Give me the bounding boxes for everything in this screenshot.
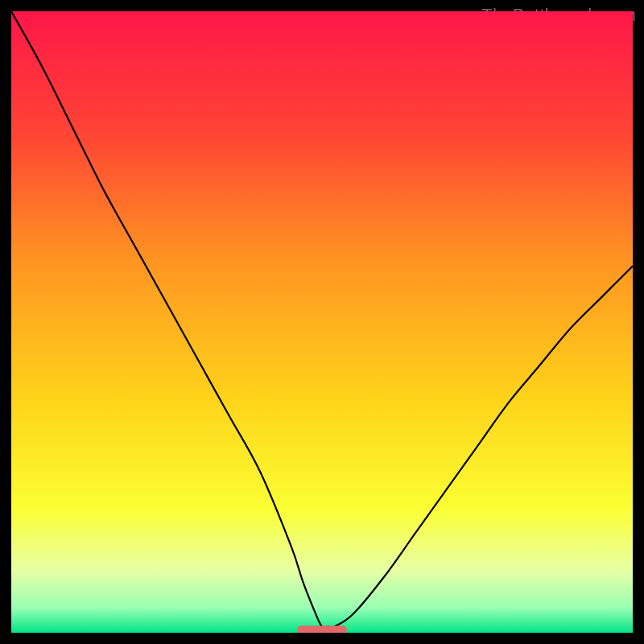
gradient-background [11, 11, 633, 633]
bottleneck-chart [11, 11, 633, 633]
chart-svg [11, 11, 633, 633]
optimal-marker [297, 625, 347, 633]
